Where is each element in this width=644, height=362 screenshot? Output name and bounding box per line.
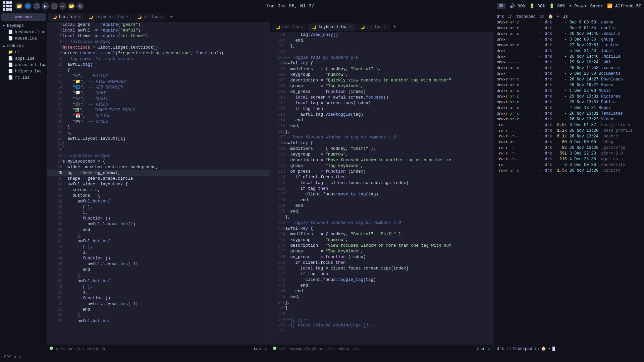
line-number: 14 [47, 85, 62, 90]
line-code: keygroup = "numrow", [285, 152, 493, 158]
line-number: 48 [47, 279, 62, 284]
table-row: 13 "📁", -- FILE MANAGER [47, 79, 270, 85]
table-row: 117-- Move focused window to tag by numb… [270, 135, 493, 140]
tab-new-right[interactable]: + [390, 24, 399, 30]
app-btn-files[interactable]: 📁 [15, 2, 23, 10]
table-row: 52 awful.layout.inc(-1) [47, 301, 270, 307]
line-number: 124 [270, 175, 285, 180]
list-item: .rw-r--r---drk9226 Nov 13:20.gitconfig [497, 145, 641, 151]
left-status-indicator [50, 347, 53, 351]
line-code: }, [285, 129, 493, 135]
line-code: awful.button( [62, 239, 270, 244]
table-row: 12 "✎", -- EDITOR [47, 73, 270, 79]
app-btn-terminal[interactable]: ⬛ [50, 2, 58, 10]
tab-rc-lua-left-close[interactable]: × [160, 15, 162, 19]
table-row: 99 tag:view_only() [270, 32, 493, 38]
right-code-area[interactable]: 99 tag:view_only()100 end,101 },102103--… [270, 32, 493, 345]
line-code: if tag then [285, 186, 493, 192]
line-code: end [62, 307, 270, 313]
table-row: 142 client.focus:toggle_tag(tag) [270, 277, 493, 283]
right-status-left: 18k keymaps/keyboard.lua 150:0 12% [273, 347, 359, 351]
table-row: 102 [270, 49, 493, 55]
bottombar: SPC b p [0, 353, 644, 362]
table-row: 36 1, [47, 210, 270, 216]
tab-rc-lua-right[interactable]: 🌙 rc.lua × [356, 23, 389, 31]
line-number: 26 [47, 153, 62, 159]
tab-keyboard-lua-right[interactable]: 🌙 keyboard.lua × [308, 23, 356, 31]
line-code: tag:view_only() [285, 32, 493, 38]
tab-keyboard-lua-left-close[interactable]: × [126, 15, 128, 19]
line-code: }, [285, 215, 493, 220]
sidebar-item-keymaps[interactable]: ▼ keymaps [0, 23, 47, 29]
line-code: keygroup = "numrow", [285, 72, 493, 78]
line-code: group = "Tag keybinds", [285, 163, 493, 169]
line-number: 122 [270, 163, 285, 169]
table-row: 140 local tag = client.focus.screen.tags… [270, 266, 493, 272]
clock: Tue Dec 06, 01:37 [86, 3, 495, 9]
editor-split: 3local gears = require("gears")4local aw… [47, 22, 493, 353]
line-number: 115 [270, 123, 285, 129]
sidebar-item-helpers[interactable]: 📄 helpers.lua [0, 68, 47, 74]
table-row: 10 awful.tag( [47, 62, 270, 68]
topbar-right: US 🔊 90% 🔋 80% 🔋 86% ☀ Power Saver 📶 Alf… [497, 3, 641, 9]
app-btn-files2[interactable]: 📂 [68, 2, 75, 10]
table-row: 138 on_press = function (index) [270, 254, 493, 260]
table-row: 5local theme = require("ui.theme") [47, 34, 270, 39]
table-row: 14 "🌐", -- WEB BROWSER [47, 85, 270, 90]
line-number: 109 [270, 89, 285, 95]
tab-new-left[interactable]: + [167, 14, 176, 20]
line-number: 103 [270, 55, 285, 61]
left-status-pct: 1% [101, 347, 105, 351]
line-number: 3 [47, 22, 62, 28]
left-code-area[interactable]: 3local gears = require("gears")4local aw… [47, 22, 270, 345]
list-item: .rw---------drk9.5k6 Dec 01:37.bash_hist… [497, 122, 641, 128]
line-code: 1, [62, 210, 270, 216]
line-code: modifiers = { modkey, "Control" }, [285, 66, 493, 72]
sidebar-item-apps[interactable]: 📄 apps.lua [0, 55, 47, 62]
line-code: 3, [62, 250, 270, 256]
tab-rc-lua-left[interactable]: 🌙 rc.lua × [133, 13, 166, 21]
table-row: 100 end, [270, 38, 493, 44]
list-item: drwxr-xr-x-drk-26 Nov 13:22Videos [497, 117, 641, 122]
table-row: 3local gears = require("gears") [47, 22, 270, 28]
app-btn-browser[interactable]: 🔵 [24, 2, 32, 10]
table-row: 105 modifiers = { modkey, "Control" }, [270, 66, 493, 72]
app-btn-media[interactable]: ▶ [42, 2, 49, 10]
sidebar-item-keyboard[interactable]: 📄 keyboard.lua [0, 29, 47, 35]
sidebar-item-autostart[interactable]: 📄 autostart.lua [0, 62, 47, 68]
folder-icon-ui: 📁 [8, 50, 13, 55]
table-row: 16 "🎶", -- MUSIC [47, 96, 270, 102]
sidebar-item-ui[interactable]: 📁 ui [0, 49, 47, 55]
file-icon-apps: 📄 [8, 56, 13, 61]
list-item: drwxr-xr-x-drk-27 Nov 23:51.justdo [497, 43, 641, 48]
sidebar-item-rc[interactable]: 📄 rc.lua [0, 74, 47, 81]
prompt-arrow2: ➤ [548, 346, 550, 351]
tab-bar-lua-right-close[interactable]: × [301, 25, 303, 29]
app-btn-music[interactable]: 🎵 [33, 2, 40, 10]
app-btn-settings[interactable]: ⚙ [76, 2, 84, 10]
table-row: 55 awful.button( [47, 318, 270, 324]
line-code: awful.button( [62, 279, 270, 284]
line-number: 150 [270, 323, 285, 328]
sidebar-item-modules[interactable]: ▶ modules [0, 43, 47, 49]
line-code: "🌐", -- WEB BROWSER [62, 85, 270, 90]
tab-rc-lua-right-close[interactable]: × [384, 25, 386, 29]
line-number: 51 [47, 296, 62, 301]
tab-keyboard-lua-right-close[interactable]: × [350, 25, 352, 29]
terminal-prompt[interactable]: drk in thonkpad in 🏠 ➤ [493, 345, 644, 353]
tab-bar-lua-left-close[interactable]: × [78, 15, 80, 19]
tab-keyboard-lua-left[interactable]: 🌙 keyboard.lua × [85, 13, 132, 21]
tab-bar-lua-left[interactable]: 🌙 bar.lua × [48, 13, 84, 21]
apps-grid-icon[interactable] [3, 1, 12, 11]
tab-bar-lua-right[interactable]: 🌙 bar.lua × [272, 23, 307, 31]
sidebar-item-mouse[interactable]: 📄 mouse.lua [0, 35, 47, 42]
terminal-output[interactable]: drk in thonkpad in 🏠 ➤ lsdrwxr-xr-x-drk-… [493, 12, 644, 345]
table-row: 23 awful.layout.layouts[1] [47, 136, 270, 142]
app-btn-editor[interactable]: ✏ [59, 2, 66, 10]
list-item: drwxr-xr-x-drk-29 Nov 13:31Public [497, 100, 641, 105]
table-row: 111 local tag = screen.tags[index] [270, 101, 493, 106]
table-row: 22 s, [47, 130, 270, 136]
line-code: -- Move focused window to tag by numbers… [285, 135, 493, 140]
table-row: 9-- Tag names for each screen [47, 56, 270, 62]
terminal-cursor [552, 347, 555, 351]
